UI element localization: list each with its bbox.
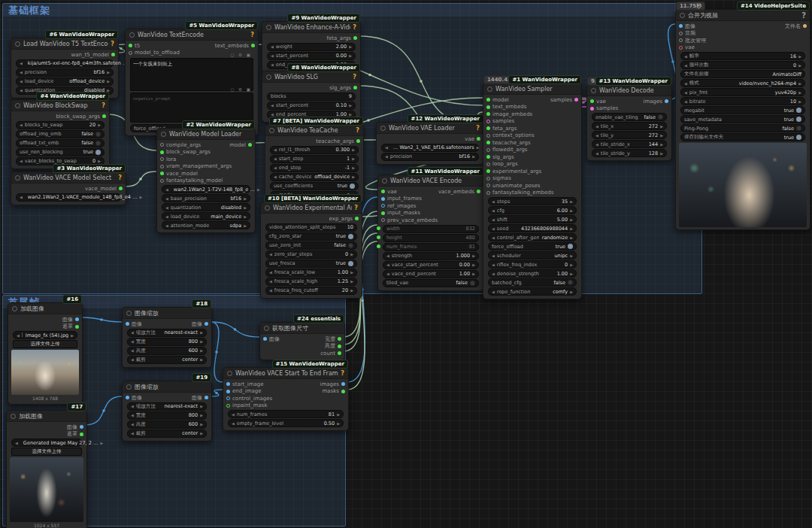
- input-slot[interactable]: 图像: [679, 23, 695, 30]
- decrement-arrow[interactable]: ◀: [595, 151, 598, 156]
- input-slot[interactable]: lora: [160, 156, 176, 162]
- decrement-arrow[interactable]: ◀: [131, 431, 134, 435]
- input-dot[interactable]: [226, 390, 230, 393]
- help-icon[interactable]: ?: [341, 370, 344, 377]
- combo-widget[interactable]: ◀pix_fmtyuv420p▶: [680, 88, 805, 96]
- node-titlebar[interactable]: Load WanVideo T5 TextEncoder?: [11, 38, 118, 50]
- output-slot[interactable]: 遮罩: [67, 430, 83, 438]
- input-dot[interactable]: [679, 32, 683, 35]
- output-dot[interactable]: [341, 382, 345, 386]
- converted-input-dot[interactable]: [377, 235, 380, 239]
- combo-widget[interactable]: ◀… Wan2_1_VAE_bf16.safetensors▶: [381, 144, 479, 152]
- output-dot[interactable]: [477, 190, 480, 193]
- collapse-icon[interactable]: [265, 205, 270, 211]
- combo-widget[interactable]: ◀load_devicemain_device▶: [162, 212, 250, 220]
- output-dot[interactable]: [356, 139, 360, 143]
- decrement-arrow[interactable]: ◀: [20, 195, 23, 199]
- node-image-scale-end[interactable]: #19图像缩放图像图像◀缩放方法nearest-exact▶◀宽度800▶◀高度…: [122, 381, 212, 442]
- output-slot[interactable]: wan_t5_model: [71, 52, 115, 58]
- value-widget[interactable]: ◀zero_star_steps0▶: [265, 250, 357, 259]
- value-widget[interactable]: ◀start_percent0.10▶: [267, 102, 356, 110]
- value-widget[interactable]: ◀strength1.000▶: [383, 252, 479, 260]
- value-widget[interactable]: ◀tile_y272▶: [592, 131, 667, 139]
- increment-arrow[interactable]: ▶: [570, 290, 573, 294]
- value-widget[interactable]: video_attention_split_steps10: [265, 223, 357, 232]
- node-titlebar[interactable]: 获取图像尺寸: [260, 323, 344, 334]
- value-widget[interactable]: ◀num_frames81▶: [228, 410, 344, 418]
- increment-arrow[interactable]: ▶: [798, 54, 801, 59]
- combo-widget[interactable]: ◀base_precisionbf16▶: [162, 194, 250, 202]
- output-dot[interactable]: [665, 99, 668, 103]
- help-icon[interactable]: ?: [356, 127, 359, 134]
- decrement-arrow[interactable]: ◀: [17, 333, 20, 338]
- input-dot[interactable]: [160, 179, 164, 183]
- combo-widget[interactable]: ◀图像Image_fx (54).jpg▶: [13, 331, 77, 339]
- value-widget[interactable]: ◀weight2.00▶: [267, 43, 356, 51]
- help-icon[interactable]: ?: [353, 24, 356, 31]
- combo-widget[interactable]: ◀load_deviceoffload_device▶: [16, 77, 114, 86]
- decrement-arrow[interactable]: ◀: [492, 199, 495, 204]
- input-slot[interactable]: 图像: [263, 335, 280, 343]
- decrement-arrow[interactable]: ◀: [274, 174, 277, 179]
- output-slot[interactable]: 图像: [67, 423, 83, 431]
- combo-widget[interactable]: ◀wan2.1Wan2_1-VACE_module_14B_fp8_e4 …▶: [16, 193, 121, 202]
- output-slot[interactable]: images: [644, 99, 668, 105]
- combo-widget[interactable]: ◀格式video/nvenc_h264-mp4▶: [680, 79, 805, 87]
- input-slot[interactable]: t5: [129, 43, 140, 49]
- value-widget[interactable]: ◀cfg6.00▶: [488, 206, 577, 214]
- output-slot[interactable]: slg_args: [329, 85, 357, 91]
- combo-widget[interactable]: ◀quantizationdisabled▶: [162, 203, 250, 211]
- value-widget[interactable]: ◀循环次数0▶: [680, 61, 805, 69]
- input-dot[interactable]: [381, 190, 385, 193]
- input-dot[interactable]: [679, 38, 683, 42]
- converted-input-dot[interactable]: [377, 226, 380, 230]
- output-slot[interactable]: block_swap_args: [56, 114, 106, 120]
- upload-button[interactable]: 选择文件上传: [11, 448, 82, 456]
- output-slot[interactable]: model: [229, 142, 252, 148]
- increment-arrow[interactable]: ▶: [570, 272, 573, 276]
- increment-arrow[interactable]: ▶: [570, 226, 573, 231]
- decrement-arrow[interactable]: ◀: [271, 103, 274, 108]
- value-widget[interactable]: ◀steps35▶: [488, 197, 577, 205]
- input-dot[interactable]: [486, 155, 490, 159]
- node-wanvideo-teacache[interactable]: #7 [BETA] WanVideoWrapperWanVideo TeaCac…: [265, 124, 364, 203]
- combo-widget[interactable]: ◀rope_functioncomfy▶: [488, 287, 577, 296]
- decrement-arrow[interactable]: ◀: [131, 348, 134, 353]
- value-widget[interactable]: num_frames81: [383, 243, 479, 251]
- output-dot[interactable]: [251, 44, 255, 47]
- output-dot[interactable]: [80, 432, 83, 436]
- decrement-arrow[interactable]: ◀: [385, 154, 388, 159]
- collapse-icon[interactable]: [12, 306, 17, 311]
- toggle-widget[interactable]: batched_cfgfalse: [488, 278, 577, 287]
- increment-arrow[interactable]: ▶: [798, 81, 801, 86]
- output-dot[interactable]: [119, 187, 123, 190]
- decrement-arrow[interactable]: ◀: [271, 62, 274, 67]
- increment-arrow[interactable]: ▶: [350, 252, 353, 256]
- output-slot[interactable]: images: [320, 381, 345, 387]
- collapse-icon[interactable]: [129, 32, 135, 38]
- output-dot[interactable]: [111, 53, 115, 56]
- decrement-arrow[interactable]: ◀: [131, 357, 134, 362]
- node-wanvideo-experimental-args[interactable]: #10 [BETA] WanVideoWrapperWanVideo Exper…: [260, 202, 362, 299]
- node-titlebar[interactable]: 加载图像: [8, 303, 82, 314]
- increment-arrow[interactable]: ▶: [349, 103, 352, 108]
- toggle-knob[interactable]: [568, 244, 573, 249]
- toggle-knob[interactable]: [348, 234, 353, 239]
- node-wanvideo-sampler[interactable]: 1440.43秒#1 WanVideoWrapperWanVideo Sampl…: [483, 83, 582, 299]
- prompt-textarea[interactable]: negative_prompt: [130, 93, 253, 123]
- input-slot[interactable]: vae: [590, 99, 606, 105]
- increment-arrow[interactable]: ▶: [472, 272, 475, 276]
- combo-widget[interactable]: ◀Generated Image May 27, 2 …▶: [11, 438, 82, 447]
- input-dot[interactable]: [160, 150, 164, 154]
- value-widget[interactable]: ◀高度600▶: [127, 420, 207, 429]
- output-slot[interactable]: vace_model: [85, 186, 123, 192]
- increment-arrow[interactable]: ▶: [798, 90, 801, 95]
- toggle-knob[interactable]: [658, 114, 663, 120]
- input-dot[interactable]: [486, 191, 490, 195]
- node-wanvideo-vace-start-to-end-frame[interactable]: #15 WanVideoWrapperWanVideo VACE Start T…: [223, 367, 349, 431]
- value-widget[interactable]: blocks9: [267, 93, 356, 101]
- collapse-icon[interactable]: [680, 13, 685, 18]
- decrement-arrow[interactable]: ◀: [131, 330, 134, 335]
- help-icon[interactable]: ?: [476, 125, 480, 132]
- decrement-arrow[interactable]: ◀: [386, 262, 389, 267]
